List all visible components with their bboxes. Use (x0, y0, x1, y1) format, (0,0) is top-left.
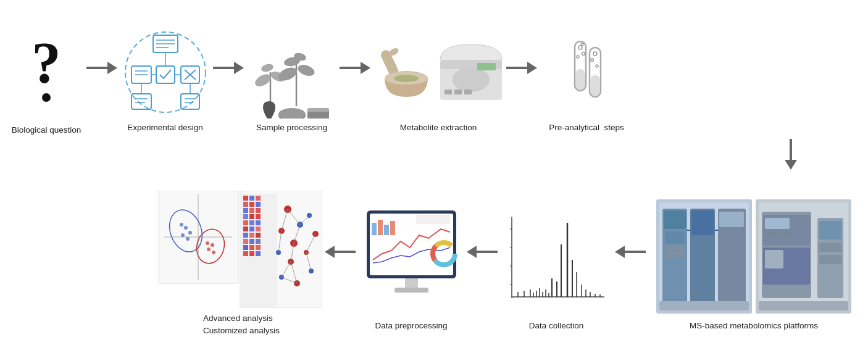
arrow-5 (615, 243, 646, 283)
svg-point-138 (212, 251, 215, 254)
sample-processing-icon (252, 23, 332, 122)
step-data-collection: Data collection (498, 195, 615, 330)
step-data-preprocessing: Data preprocessing (356, 195, 467, 330)
svg-rect-69 (719, 212, 744, 227)
svg-rect-166 (256, 227, 261, 231)
svg-rect-167 (256, 233, 261, 238)
svg-rect-65 (665, 252, 685, 257)
svg-rect-152 (249, 202, 254, 207)
svg-point-26 (260, 62, 273, 73)
advanced-analysis-icon (158, 188, 322, 311)
arrow-1 (86, 59, 117, 96)
svg-point-52 (577, 56, 579, 58)
svg-rect-86 (759, 301, 848, 310)
svg-rect-8 (156, 66, 175, 83)
svg-point-53 (581, 43, 583, 46)
svg-rect-67 (691, 210, 714, 235)
ms-platforms-icon (656, 195, 851, 318)
step-advanced-analysis: Advanced analysis Customized analysis (155, 188, 325, 338)
svg-rect-146 (243, 227, 248, 231)
data-preprocessing-icon (361, 195, 462, 318)
svg-rect-143 (243, 208, 248, 213)
arrow-6 (467, 243, 498, 283)
svg-rect-84 (819, 243, 841, 252)
svg-rect-168 (256, 239, 261, 244)
svg-rect-62 (664, 210, 686, 229)
arrow-4 (506, 59, 537, 96)
metabolite-extraction-icon (372, 23, 505, 122)
svg-rect-119 (416, 215, 450, 224)
ms-platforms-label: MS-based metabolomics platforms (690, 321, 818, 330)
svg-rect-79 (780, 231, 793, 238)
svg-point-130 (184, 226, 188, 230)
biological-question-label: Biological question (12, 125, 81, 135)
svg-rect-64 (665, 246, 685, 251)
svg-rect-117 (384, 225, 389, 235)
svg-point-133 (186, 237, 190, 241)
svg-rect-55 (590, 75, 599, 97)
data-preprocessing-label: Data preprocessing (375, 321, 447, 330)
svg-rect-150 (243, 251, 248, 256)
advanced-analysis-label: Advanced analysis Customized analysis (200, 312, 280, 338)
svg-rect-15 (181, 94, 199, 109)
svg-rect-158 (249, 239, 254, 244)
svg-rect-160 (249, 251, 254, 256)
svg-rect-155 (249, 220, 254, 225)
step-experimental-design: Experimental design (117, 23, 213, 132)
svg-rect-116 (378, 220, 383, 235)
bottom-row: MS-based metabolomics platforms (6, 173, 862, 352)
svg-rect-77 (765, 218, 790, 229)
svg-rect-154 (249, 214, 254, 219)
svg-rect-115 (372, 223, 377, 235)
pre-analytical-icon (570, 23, 604, 122)
svg-rect-145 (243, 220, 248, 225)
svg-point-50 (578, 46, 582, 49)
svg-rect-157 (249, 233, 254, 238)
svg-rect-45 (444, 90, 452, 94)
svg-rect-153 (249, 208, 254, 213)
svg-point-56 (593, 52, 597, 56)
svg-rect-118 (390, 221, 395, 235)
svg-point-131 (188, 231, 192, 235)
svg-rect-144 (243, 214, 248, 219)
svg-point-51 (582, 52, 585, 55)
svg-rect-156 (249, 227, 254, 231)
pre-analytical-label: Pre-analytical steps (549, 123, 624, 132)
arrow-2 (213, 59, 244, 96)
svg-rect-164 (256, 214, 261, 219)
svg-point-57 (590, 58, 593, 61)
step-metabolite-extraction: Metabolite extraction (370, 23, 506, 132)
step-pre-analytical: Pre-analytical steps (537, 23, 636, 132)
top-row: ? Biological question (6, 6, 862, 148)
step-sample-processing: Sample processing (244, 23, 340, 132)
svg-rect-81 (765, 250, 783, 268)
question-dot (42, 93, 51, 102)
svg-point-43 (453, 67, 490, 92)
svg-rect-35 (307, 108, 329, 112)
svg-rect-163 (256, 208, 261, 213)
svg-rect-46 (454, 90, 462, 94)
svg-point-33 (278, 108, 306, 119)
svg-rect-165 (256, 220, 261, 225)
data-collection-icon (503, 195, 611, 318)
svg-rect-49 (575, 69, 585, 91)
svg-rect-142 (243, 202, 248, 207)
svg-point-29 (296, 62, 316, 78)
svg-point-129 (180, 223, 183, 227)
arrow-3 (340, 59, 370, 96)
experimental-design-label: Experimental design (127, 123, 202, 132)
svg-point-135 (206, 241, 209, 245)
question-mark-icon: ? (31, 37, 61, 90)
svg-rect-44 (477, 63, 496, 70)
sample-processing-label: Sample processing (256, 123, 327, 132)
svg-point-40 (394, 75, 419, 82)
svg-rect-170 (256, 251, 261, 256)
svg-point-58 (596, 65, 598, 67)
svg-point-136 (211, 243, 214, 247)
svg-rect-169 (256, 245, 261, 250)
metabolite-extraction-label: Metabolite extraction (400, 123, 477, 132)
svg-rect-72 (659, 301, 749, 310)
svg-rect-78 (765, 231, 777, 238)
svg-rect-162 (256, 202, 261, 207)
data-collection-label: Data collection (529, 321, 584, 330)
